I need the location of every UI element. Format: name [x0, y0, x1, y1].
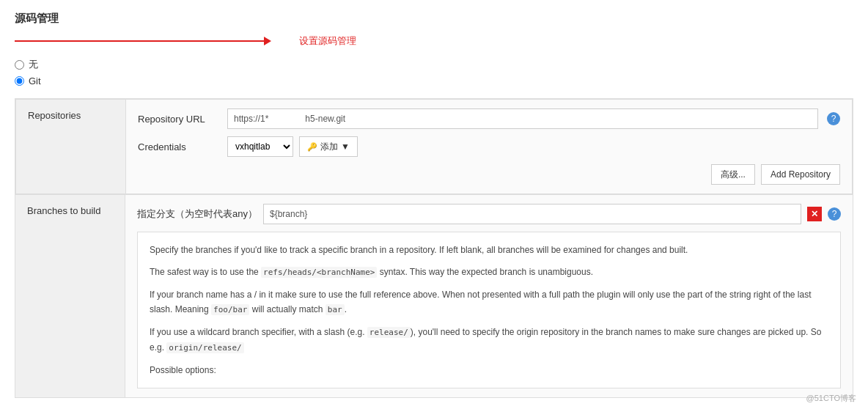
- radio-none-label[interactable]: 无: [29, 58, 38, 71]
- branch-input[interactable]: [263, 204, 801, 224]
- add-dropdown-arrow: ▼: [341, 141, 350, 152]
- branch-input-label: 指定分支（为空时代表any）: [137, 207, 257, 221]
- branches-content: 指定分支（为空时代表any） ✕ ? Specify the branches …: [125, 195, 853, 397]
- repo-url-label: Repository URL: [138, 114, 218, 125]
- info-p5: Possible options:: [150, 363, 828, 377]
- info-code-2: foo/bar: [211, 304, 249, 315]
- repositories-section: Repositories Repository URL ? Credential…: [15, 99, 853, 194]
- repositories-wrapper: Repositories Repository URL ? Credential…: [15, 98, 853, 195]
- radio-item-none: 无: [15, 58, 853, 71]
- credentials-controls: vxhqitlab 🔑 添加 ▼: [227, 136, 358, 157]
- arrow-section: 设置源码管理: [15, 34, 853, 48]
- branches-info-box: Specify the branches if you'd like to tr…: [137, 232, 841, 388]
- arrow-label: 设置源码管理: [299, 34, 356, 48]
- repo-url-row: Repository URL ?: [138, 108, 840, 129]
- page-title: 源码管理: [15, 12, 853, 26]
- branches-section: Branches to build 指定分支（为空时代表any） ✕ ? Spe…: [15, 195, 853, 398]
- arrow-body: [15, 40, 264, 42]
- repo-buttons-row: 高级... Add Repository: [138, 164, 840, 185]
- info-code-5: origin/release/: [166, 342, 243, 353]
- repo-url-input[interactable]: [227, 108, 818, 129]
- info-p4: If you use a wildcard branch specifier, …: [150, 325, 828, 355]
- credentials-row: Credentials vxhqitlab 🔑 添加 ▼: [138, 136, 840, 157]
- radio-git-label[interactable]: Git: [29, 75, 41, 86]
- radio-none[interactable]: [15, 60, 24, 70]
- delete-branch-button[interactable]: ✕: [807, 207, 822, 221]
- watermark: @51CTO博客: [806, 393, 856, 404]
- info-code-1: refs/heads/<branchName>: [261, 267, 377, 278]
- branch-help-icon[interactable]: ?: [828, 207, 841, 221]
- repositories-label: Repositories: [16, 100, 126, 194]
- add-repository-button[interactable]: Add Repository: [761, 164, 840, 185]
- arrow-head: [264, 37, 271, 45]
- key-icon: 🔑: [307, 142, 317, 152]
- credentials-select[interactable]: vxhqitlab: [227, 136, 293, 157]
- radio-item-git: Git: [15, 75, 853, 86]
- info-p1: Specify the branches if you'd like to tr…: [150, 243, 828, 257]
- arrow-line: [15, 37, 293, 45]
- branch-input-row: 指定分支（为空时代表any） ✕ ?: [137, 204, 841, 224]
- branches-outer: Branches to build 指定分支（为空时代表any） ✕ ? Spe…: [15, 195, 853, 398]
- add-credentials-label: 添加: [320, 141, 338, 153]
- info-p3: If your branch name has a / in it make s…: [150, 287, 828, 317]
- info-p2: The safest way is to use the refs/heads/…: [150, 265, 828, 280]
- repo-url-help-icon[interactable]: ?: [827, 112, 840, 125]
- advanced-button[interactable]: 高级...: [711, 164, 755, 185]
- add-credentials-button[interactable]: 🔑 添加 ▼: [299, 136, 358, 157]
- info-code-3: bar: [326, 304, 345, 315]
- credentials-label: Credentials: [138, 141, 218, 152]
- info-code-4: release/: [367, 327, 411, 338]
- repositories-content: Repository URL ? Credentials vxhqitlab 🔑…: [126, 100, 852, 194]
- page-wrapper: 源码管理 设置源码管理 无 Git Repositories Repositor…: [0, 0, 868, 409]
- radio-group: 无 Git: [15, 58, 853, 86]
- radio-git[interactable]: [15, 76, 24, 86]
- branches-label: Branches to build: [15, 195, 125, 397]
